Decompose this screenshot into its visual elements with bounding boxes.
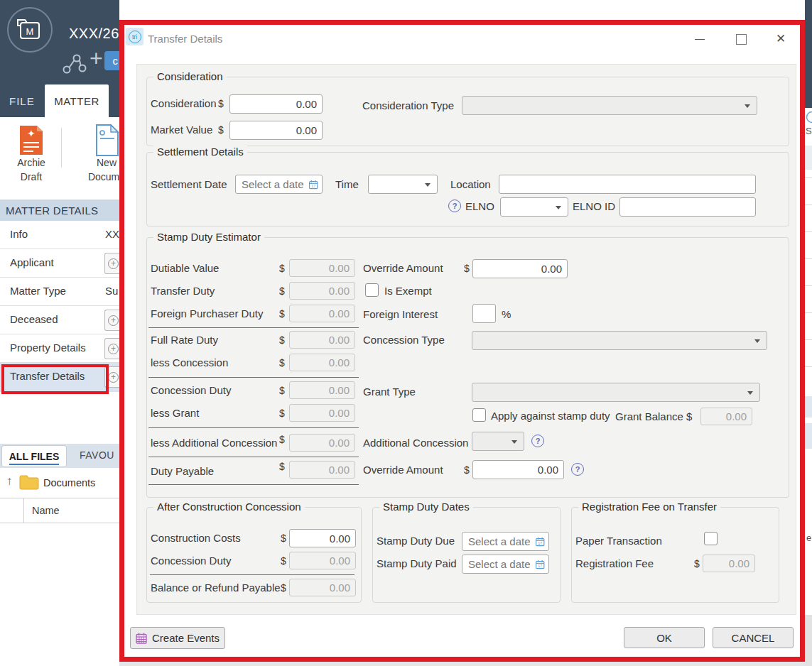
less-grant-input: 0.00: [289, 404, 355, 422]
market-value-input[interactable]: 0.00: [229, 121, 323, 140]
paper-transaction-checkbox[interactable]: [704, 532, 718, 545]
add-property-button[interactable]: +: [104, 338, 119, 359]
elno-dropdown[interactable]: [500, 197, 568, 217]
elno-label: ELNO: [465, 200, 494, 212]
elno-help-icon[interactable]: ?: [448, 200, 461, 212]
create-events-button[interactable]: Create Events: [130, 627, 225, 649]
documents-folder-label[interactable]: Documents: [43, 477, 95, 488]
tab-all-files-label: ALL FILES: [9, 451, 60, 462]
time-dropdown[interactable]: [368, 175, 438, 194]
sidebar-item-deceased[interactable]: Deceased +: [0, 306, 119, 334]
foreign-interest-input[interactable]: [472, 304, 496, 323]
stamp-duty-paid-date-picker[interactable]: Select a date 17: [462, 555, 549, 574]
edge-row-fragment: [805, 396, 812, 417]
additional-concession-label: Additional Concession: [363, 437, 468, 449]
is-exempt-checkbox[interactable]: [365, 283, 379, 297]
add-deceased-button[interactable]: +: [104, 310, 119, 331]
paper-transaction-label: Paper Transaction: [575, 535, 662, 547]
dutiable-value-input: 0.00: [289, 259, 355, 277]
sidebar-item-matter-type[interactable]: Matter Type Su: [0, 278, 119, 306]
after-construction-group-title: After Construction Concession: [153, 501, 305, 513]
cancel-button[interactable]: CANCEL: [713, 627, 794, 648]
currency-symbol: $: [281, 582, 286, 594]
consideration-type-dropdown[interactable]: [462, 96, 757, 115]
construction-costs-input[interactable]: 0.00: [289, 529, 356, 547]
elno-id-input[interactable]: [619, 197, 756, 217]
column-divider: [23, 498, 24, 523]
stamp-duty-dates-group-title: Stamp Duty Dates: [379, 501, 473, 513]
override-amount-input[interactable]: 0.00: [472, 259, 568, 278]
edge-line: [805, 312, 812, 313]
edge-icon-fragment: [806, 111, 812, 124]
additional-concession-help-icon[interactable]: ?: [531, 435, 544, 447]
foreign-interest-label: Foreign Interest: [363, 308, 438, 320]
circle-plus-icon: +: [108, 258, 119, 269]
currency-symbol: $: [464, 464, 470, 476]
tab-favourites[interactable]: FAVOU: [80, 449, 114, 461]
consideration-input[interactable]: 0.00: [229, 94, 323, 114]
new-document-icon[interactable]: [95, 124, 119, 157]
tab-all-files[interactable]: ALL FILES: [1, 445, 67, 467]
edge-line: [805, 258, 812, 259]
consideration-group-title: Consideration: [153, 70, 227, 82]
annotation-highlight-transfer-details: [1, 364, 109, 394]
override-amount-bottom-input[interactable]: 0.00: [472, 460, 564, 479]
file-list-header: Name: [0, 498, 119, 523]
circle-plus-icon: +: [108, 315, 119, 326]
archie-draft-icon[interactable]: ✦: [18, 124, 45, 157]
duty-payable-input: 0.00: [289, 461, 355, 479]
tab-file[interactable]: FILE: [0, 84, 44, 117]
date-placeholder: Select a date: [468, 558, 531, 570]
registration-fee-label: Registration Fee: [575, 557, 654, 569]
less-additional-concession-label: less Additional Concession: [151, 437, 277, 449]
currency-symbol: $: [279, 285, 285, 297]
concession-type-label: Concession Type: [363, 334, 445, 346]
apply-against-stamp-duty-checkbox[interactable]: [472, 408, 486, 422]
create-events-label: Create Events: [152, 632, 220, 644]
minimize-button[interactable]: [689, 31, 710, 49]
tab-matter[interactable]: MATTER: [45, 84, 109, 118]
ok-button[interactable]: OK: [624, 627, 705, 648]
app-logo[interactable]: M: [7, 7, 53, 53]
share-icon[interactable]: [63, 54, 87, 77]
circle-plus-icon: +: [108, 344, 119, 354]
additional-concession-dropdown[interactable]: [472, 432, 524, 451]
transfer-duty-label: Transfer Duty: [151, 285, 215, 297]
sidebar-item-info[interactable]: Info XX: [0, 221, 119, 249]
screen: M XXX/26 - + c FILE MATTER ✦ Archie Draf…: [0, 0, 812, 666]
stamp-duty-dates-group: Stamp Duty Dates Stamp Duty Due Select a…: [372, 507, 561, 603]
stamp-duty-due-date-picker[interactable]: Select a date 17: [462, 532, 549, 551]
sidebar-item-applicant[interactable]: Applicant +: [0, 249, 119, 278]
is-exempt-label: Is Exempt: [384, 285, 432, 297]
grant-balance-input: 0.00: [700, 408, 752, 425]
sidebar-item-label: Applicant: [10, 256, 54, 268]
location-input[interactable]: [499, 175, 756, 194]
close-button[interactable]: ✕: [776, 31, 786, 48]
circle-plus-icon: +: [108, 372, 119, 383]
concession-duty-label: Concession Duty: [151, 384, 231, 396]
currency-symbol: $: [279, 334, 285, 346]
tri-logo: tri: [129, 31, 141, 43]
folder-up-icon[interactable]: ↑: [6, 474, 13, 488]
duty-payable-label: Duty Payable: [151, 465, 214, 477]
settlement-date-picker[interactable]: Select a date 17: [235, 175, 323, 194]
toolbar-blue-button-fragment[interactable]: c: [104, 51, 119, 70]
currency-symbol: $: [464, 263, 470, 274]
market-value-label: Market Value: [151, 124, 212, 136]
override-amount-bottom-label: Override Amount: [363, 464, 443, 476]
override-amount-help-icon[interactable]: ?: [571, 463, 584, 476]
currency-symbol: $: [279, 385, 285, 396]
currency-symbol: $: [279, 357, 285, 369]
add-icon[interactable]: +: [90, 47, 103, 70]
edge-row-fragment: [805, 423, 812, 449]
tab-active-underline: [9, 464, 59, 465]
full-rate-duty-input: 0.00: [289, 331, 355, 349]
concession-type-dropdown[interactable]: [472, 331, 767, 350]
currency-symbol: $: [694, 558, 700, 569]
sidebar-item-property-details[interactable]: Property Details +: [0, 334, 119, 363]
maximize-button[interactable]: [736, 34, 747, 45]
add-applicant-button[interactable]: +: [104, 253, 119, 274]
separator: [148, 457, 359, 457]
column-header-name[interactable]: Name: [32, 505, 60, 516]
grant-type-dropdown[interactable]: [472, 383, 760, 402]
